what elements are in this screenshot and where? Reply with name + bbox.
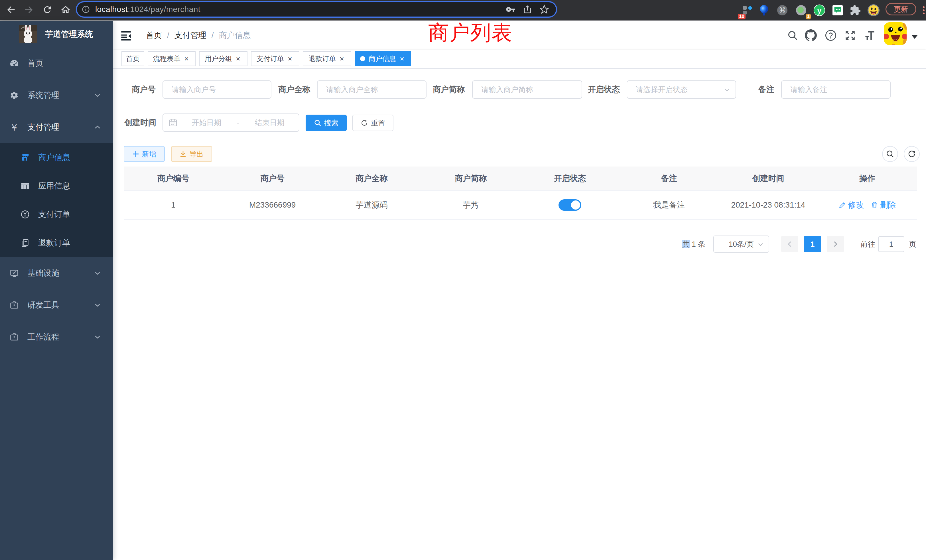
start-date-placeholder[interactable]: 开始日期 xyxy=(177,118,236,128)
tag-pay-order[interactable]: 支付订单× xyxy=(251,51,300,66)
password-key-icon[interactable] xyxy=(506,5,516,14)
merchant-short-input[interactable]: 请输入商户简称 xyxy=(472,80,582,98)
column-header[interactable]: 商户号 xyxy=(223,166,322,191)
browser-reload-button[interactable] xyxy=(40,2,55,17)
merchant-no-input[interactable]: 请输入商户号 xyxy=(162,80,271,98)
status-select[interactable]: 请选择开启状态 xyxy=(626,80,736,98)
sidebar-toggle-button[interactable] xyxy=(118,27,134,43)
column-header[interactable]: 备注 xyxy=(619,166,719,191)
cell-create-time: 2021-10-23 08:31:14 xyxy=(719,191,818,219)
next-page-button[interactable] xyxy=(827,236,844,252)
sidebar-item-devtools[interactable]: 研发工具 xyxy=(0,289,113,321)
refresh-icon xyxy=(908,150,916,158)
column-header[interactable]: 创建时间 xyxy=(719,166,818,191)
dashboard-gauge-icon xyxy=(10,59,19,68)
browser-back-button[interactable] xyxy=(3,2,18,17)
current-page-button[interactable]: 1 xyxy=(804,236,821,252)
plus-icon xyxy=(132,151,139,157)
extension-balloon-icon[interactable] xyxy=(757,3,771,17)
close-icon[interactable]: × xyxy=(338,55,345,62)
edit-pencil-icon xyxy=(839,201,846,209)
sidebar-item-label: 退款订单 xyxy=(38,238,70,248)
sidebar-item-label: 应用信息 xyxy=(38,180,70,191)
sidebar-item-merchant-info[interactable]: 商户信息 xyxy=(0,143,113,172)
tag-process-form[interactable]: 流程表单× xyxy=(148,51,195,66)
url-path: :1024/pay/merchant xyxy=(128,5,200,14)
sidebar-logo[interactable]: 芋道管理系统 xyxy=(0,21,113,47)
app-root: 芋道管理系统 首页 系统管理 xyxy=(0,21,926,560)
avatar-caret-icon[interactable] xyxy=(912,35,917,39)
profile-emoji-icon[interactable] xyxy=(867,3,881,17)
tags-view-bar: 首页 流程表单× 用户分组× 支付订单× 退款订单× 商户信息× xyxy=(113,50,926,69)
sidebar-item-home[interactable]: 首页 xyxy=(0,47,113,79)
breadcrumb-pay[interactable]: 支付管理 xyxy=(174,30,206,41)
tag-home[interactable]: 首页 xyxy=(121,51,144,66)
extension-flag-icon[interactable] xyxy=(831,3,844,17)
sidebar-item-system[interactable]: 系统管理 xyxy=(0,79,113,111)
sidebar-submenu-pay: 商户信息 应用信息 支付订单 xyxy=(0,143,113,257)
github-icon[interactable] xyxy=(805,29,817,42)
extension-y-icon[interactable]: y xyxy=(813,3,826,17)
extensions-puzzle-icon[interactable] xyxy=(849,3,862,17)
browser-update-button[interactable]: 更新 xyxy=(885,3,916,15)
site-info-icon[interactable] xyxy=(82,5,90,14)
table-search-toggle-button[interactable] xyxy=(882,146,898,162)
header-search-icon[interactable] xyxy=(786,29,799,42)
fullscreen-icon[interactable] xyxy=(844,29,856,42)
search-button[interactable]: 搜索 xyxy=(306,115,346,131)
sidebar-item-pay-order[interactable]: 支付订单 xyxy=(0,200,113,229)
app-title: 芋道管理系统 xyxy=(45,29,93,39)
search-icon xyxy=(886,150,894,158)
main-area: 首页 / 支付管理 / 商户信息 商户列表 xyxy=(113,21,926,560)
export-button[interactable]: 导出 xyxy=(171,146,212,162)
merchant-name-input[interactable]: 请输入商户全称 xyxy=(317,80,427,98)
end-date-placeholder[interactable]: 结束日期 xyxy=(241,118,299,128)
column-header[interactable]: 开启状态 xyxy=(520,166,619,191)
tag-refund-order[interactable]: 退款订单× xyxy=(303,51,351,66)
browser-home-button[interactable] xyxy=(58,2,73,17)
column-header[interactable]: 商户简称 xyxy=(421,166,520,191)
browser-menu-icon[interactable] xyxy=(921,4,926,17)
back-arrow-icon xyxy=(6,5,16,15)
extension-command-icon[interactable]: ⌘ xyxy=(775,3,789,17)
add-button[interactable]: 新增 xyxy=(124,146,165,162)
address-bar[interactable]: localhost:1024/pay/merchant xyxy=(76,1,557,18)
extension-grid-icon[interactable]: 10 xyxy=(741,3,754,17)
column-header[interactable]: 商户编号 xyxy=(124,166,223,191)
sidebar-item-pay[interactable]: ¥ 支付管理 xyxy=(0,111,113,143)
sidebar-item-label: 首页 xyxy=(27,58,43,69)
close-icon[interactable]: × xyxy=(235,55,242,62)
sidebar-item-infra[interactable]: 基础设施 xyxy=(0,257,113,289)
edit-link[interactable]: 修改 xyxy=(839,200,864,210)
tag-user-group[interactable]: 用户分组× xyxy=(199,51,247,66)
page-size-select[interactable]: 10条/页 xyxy=(713,236,769,253)
close-icon[interactable]: × xyxy=(286,55,294,62)
goto-page-input[interactable]: 1 xyxy=(878,236,904,252)
sidebar-item-workflow[interactable]: 工作流程 xyxy=(0,321,113,353)
delete-link[interactable]: 删除 xyxy=(871,200,896,210)
url-text[interactable]: localhost:1024/pay/merchant xyxy=(95,5,506,14)
font-size-icon[interactable] xyxy=(863,29,876,42)
column-header[interactable]: 操作 xyxy=(818,166,917,191)
help-icon[interactable] xyxy=(825,29,837,42)
breadcrumb-home[interactable]: 首页 xyxy=(146,30,162,41)
table-refresh-button[interactable] xyxy=(904,146,920,162)
bookmark-star-icon[interactable] xyxy=(539,5,549,14)
reset-button[interactable]: 重置 xyxy=(353,115,393,131)
column-header[interactable]: 商户全称 xyxy=(322,166,421,191)
close-icon[interactable]: × xyxy=(398,55,406,62)
prev-page-button[interactable] xyxy=(781,236,798,252)
create-time-range-input[interactable]: 开始日期 - 结束日期 xyxy=(162,114,300,132)
page-unit-label: 页 xyxy=(909,239,916,249)
extension-tree-icon[interactable]: 1 xyxy=(794,3,808,17)
sidebar-item-refund-order[interactable]: 退款订单 xyxy=(0,229,113,257)
tag-merchant-info[interactable]: 商户信息× xyxy=(355,51,411,66)
status-toggle[interactable] xyxy=(558,199,581,211)
close-icon[interactable]: × xyxy=(183,55,190,62)
sidebar-item-app-info[interactable]: 应用信息 xyxy=(0,172,113,200)
share-icon[interactable] xyxy=(523,5,532,14)
user-avatar[interactable] xyxy=(884,22,906,45)
browser-forward-button[interactable] xyxy=(22,2,36,17)
remark-input[interactable]: 请输入备注 xyxy=(781,80,891,98)
reload-icon xyxy=(42,5,53,15)
